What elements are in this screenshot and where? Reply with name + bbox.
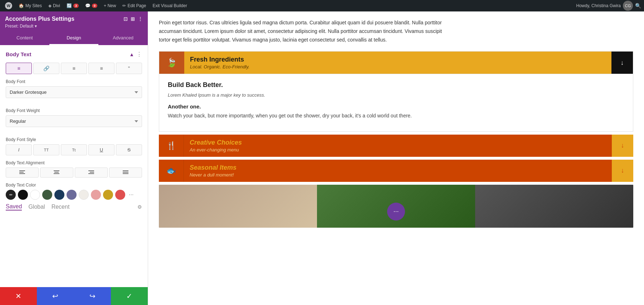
search-icon[interactable]: 🔍 — [635, 3, 641, 9]
edit-page-button[interactable]: ✏ Edit Page — [120, 0, 148, 11]
tab-design[interactable]: Design — [49, 32, 99, 45]
body-font-weight-select[interactable]: Regular — [6, 115, 142, 127]
color-swatch-lightpink[interactable] — [91, 190, 101, 200]
new-button[interactable]: + New — [102, 0, 118, 11]
align-left-button[interactable]: ≡ — [6, 63, 32, 74]
recent-colors-tab[interactable]: Recent — [52, 204, 70, 210]
text-align-left-button[interactable] — [6, 168, 39, 178]
color-swatch-offwhite[interactable] — [79, 190, 89, 200]
color-swatch-gold[interactable] — [103, 190, 113, 200]
preset-selector[interactable]: Preset: Default — [5, 24, 143, 29]
accordion-seasonal-toggle[interactable]: ↓ — [612, 160, 633, 182]
tab-advanced[interactable]: Advanced — [98, 32, 148, 45]
accordion-seasonal-text: Seasonal Items Never a dull moment! — [184, 160, 612, 182]
body-text-color-label: Body Text Color — [6, 183, 142, 188]
my-sites-button[interactable]: 🏠 My Sites — [16, 0, 44, 11]
section-more-icon[interactable]: ⋮ — [136, 51, 142, 58]
color-picker-button[interactable] — [6, 190, 16, 200]
strikethrough-button[interactable]: S — [116, 144, 142, 155]
down-arrow-icon: ↓ — [621, 167, 624, 174]
utensils-icon: 🍴 — [166, 141, 176, 150]
fresh-content-subtitle: Lorem Khaled Ipsum is a major key to suc… — [168, 92, 624, 98]
image-teaser: ··· — [159, 185, 633, 228]
svg-rect-4 — [54, 172, 59, 173]
color-swatch-darkgreen[interactable] — [42, 190, 52, 200]
accordion-creative-toggle[interactable]: ↓ — [612, 135, 633, 157]
save-button[interactable]: ✓ — [111, 287, 148, 305]
uppercase-button[interactable]: TT — [33, 144, 59, 155]
down-arrow-icon: ↓ — [621, 59, 624, 67]
updates-button[interactable]: 🔄 3 — [64, 0, 81, 11]
exit-visual-builder-button[interactable]: Exit Visual Builder — [150, 0, 189, 11]
text-align-center-button[interactable] — [40, 168, 73, 178]
color-swatch-red[interactable] — [115, 190, 125, 200]
svg-rect-5 — [54, 173, 59, 174]
body-font-select[interactable]: Darker Grotesque — [6, 86, 142, 98]
color-swatch-black[interactable] — [18, 190, 28, 200]
body-font-weight-label: Body Font Weight — [6, 108, 142, 113]
collapse-icon[interactable]: ▲ — [129, 52, 134, 57]
text-align-justify-button[interactable] — [109, 168, 142, 178]
body-font-style-label: Body Font Style — [6, 137, 142, 142]
italic-button[interactable]: I — [6, 144, 32, 155]
color-swatch-white[interactable] — [30, 190, 40, 200]
panel-tabs: Content Design Advanced — [0, 32, 148, 45]
minimize-icon[interactable]: ⊡ — [123, 16, 128, 22]
undo-button[interactable]: ↩ — [37, 287, 74, 305]
text-format-buttons: ≡ 🔗 ≡ ≡ " — [6, 63, 142, 74]
divi-button[interactable]: ◈ Divi — [46, 0, 62, 11]
svg-rect-11 — [123, 173, 128, 174]
body-font-style-field: Body Font Style I TT Tt U S — [6, 137, 142, 155]
body-font-weight-field: Body Font Weight Regular — [6, 108, 142, 132]
accordion-creative-subtitle: An ever-changing menu — [190, 147, 606, 152]
blockquote-button[interactable]: " — [116, 63, 142, 74]
cancel-button[interactable]: ✕ — [0, 287, 37, 305]
fresh-content-heading: Another one. Watch your back, but more i… — [168, 103, 624, 120]
columns-icon[interactable]: ⊞ — [131, 16, 135, 22]
main-layout: Accordions Plus Settings ⊡ ⊞ ⋮ Preset: D… — [0, 11, 644, 305]
down-arrow-icon: ↓ — [621, 142, 624, 149]
svg-rect-0 — [19, 170, 25, 171]
redo-button[interactable]: ↪ — [74, 287, 111, 305]
svg-rect-6 — [88, 170, 94, 171]
body-font-label: Body Font — [6, 79, 142, 84]
color-swatch-purplegray[interactable] — [67, 190, 77, 200]
tab-content[interactable]: Content — [0, 32, 49, 45]
color-swatch-darkblue[interactable] — [54, 190, 64, 200]
capitalize-button[interactable]: Tt — [61, 144, 87, 155]
saved-colors-tab[interactable]: Saved — [6, 203, 22, 210]
content-area: Proin eget tortor risus. Cras ultricies … — [148, 11, 644, 305]
accordion-fresh-header[interactable]: 🍃 Fresh Ingredients Local. Organic. Eco-… — [159, 52, 633, 74]
accordion-creative-header[interactable]: 🍴 Creative Choices An ever-changing menu… — [159, 135, 633, 157]
more-icon[interactable]: ⋮ — [138, 16, 143, 22]
ul-button[interactable]: ≡ — [88, 63, 114, 74]
body-font-field: Body Font Darker Grotesque — [6, 79, 142, 103]
undo-icon: ↩ — [52, 292, 58, 300]
accordion-seasonal-header[interactable]: 🐟 Seasonal Items Never a dull moment! ↓ — [159, 160, 633, 182]
svg-rect-8 — [88, 173, 94, 174]
body-text-section-header: Body Text ▲ ⋮ — [6, 51, 142, 58]
accordion-fresh-toggle[interactable]: ↓ — [611, 52, 633, 74]
accordion-seasonal-subtitle: Never a dull moment! — [190, 172, 606, 178]
link-button[interactable]: 🔗 — [33, 63, 59, 74]
underline-button[interactable]: U — [88, 144, 114, 155]
accordion-creative-text: Creative Choices An ever-changing menu — [184, 135, 612, 157]
svg-rect-9 — [123, 170, 128, 171]
font-style-buttons: I TT Tt U S — [6, 144, 142, 155]
wp-logo-button[interactable]: W — [3, 0, 14, 11]
color-swatches-row: ··· — [6, 190, 142, 200]
text-align-right-button[interactable] — [75, 168, 108, 178]
accordion-fresh-icon-box: 🍃 — [159, 52, 184, 74]
accordion-fresh-text: Fresh Ingredients Local. Organic. Eco-Fr… — [184, 52, 611, 74]
color-settings-icon[interactable]: ⚙ — [137, 204, 142, 210]
accordion-seasonal: 🐟 Seasonal Items Never a dull moment! ↓ — [159, 160, 633, 182]
comments-button[interactable]: 💬 0 — [83, 0, 99, 11]
more-colors-button[interactable]: ··· — [127, 192, 135, 198]
fresh-content-subheading: Another one. — [168, 103, 624, 110]
body-text-align-field: Body Text Alignment — [6, 160, 142, 178]
ol-button[interactable]: ≡ — [61, 63, 87, 74]
svg-rect-10 — [123, 172, 128, 173]
floating-menu-button[interactable]: ··· — [387, 203, 405, 221]
accordion-fresh-content: Build Back Better. Lorem Khaled Ipsum is… — [159, 74, 633, 131]
global-colors-tab[interactable]: Global — [28, 204, 45, 210]
